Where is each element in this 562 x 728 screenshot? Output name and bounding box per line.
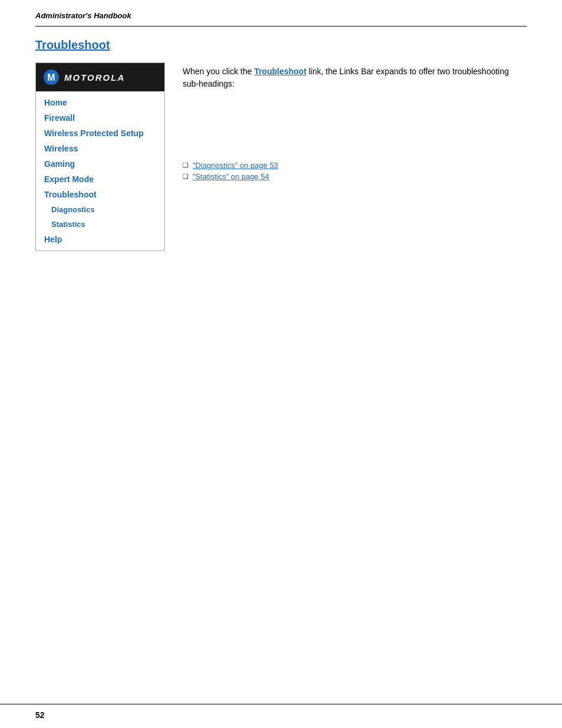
nav-item-diagnostics[interactable]: Diagnostics [36,202,164,217]
header-title: Administrator's Handbook [35,11,131,20]
motorola-logo-text: MOTOROLA [64,73,125,83]
nav-item-expert-mode[interactable]: Expert Mode [36,172,164,187]
nav-items: Home Firewall Wireless Protected Setup W… [36,91,164,251]
motorola-m-icon: M [43,69,59,85]
link-item-statistics: "Statistics" on page 54 [183,172,527,181]
nav-item-home[interactable]: Home [36,95,164,110]
links-list: "Diagnostics" on page 53 "Statistics" on… [183,161,527,181]
nav-item-statistics[interactable]: Statistics [36,217,164,232]
diagnostics-page-link[interactable]: "Diagnostics" on page 53 [193,161,278,170]
nav-item-troubleshoot[interactable]: Troubleshoot [36,187,164,202]
desc-part1: When you click the [183,67,254,76]
page-number: 52 [35,710,45,720]
nav-item-help[interactable]: Help [36,232,164,247]
description-text: When you click the Troubleshoot link, th… [183,65,527,90]
svg-text:M: M [47,73,55,83]
troubleshoot-link[interactable]: Troubleshoot [254,67,306,76]
page-header: Administrator's Handbook [0,0,562,26]
nav-item-gaming[interactable]: Gaming [36,156,164,172]
page-footer: 52 [0,704,562,728]
section-heading: Troubleshoot [35,38,527,52]
nav-item-wireless-protected-setup[interactable]: Wireless Protected Setup [36,126,164,141]
statistics-page-link[interactable]: "Statistics" on page 54 [193,172,269,181]
description-area: When you click the Troubleshoot link, th… [183,62,527,183]
content-area: M MOTOROLA Home Firewall Wireless Protec… [35,62,527,251]
nav-logo-bar: M MOTOROLA [36,63,164,91]
main-content: Troubleshoot M MOTOROLA Home Firewall Wi… [0,27,562,275]
link-item-diagnostics: "Diagnostics" on page 53 [183,161,527,170]
nav-item-firewall[interactable]: Firewall [36,110,164,126]
nav-item-wireless[interactable]: Wireless [36,141,164,156]
nav-box: M MOTOROLA Home Firewall Wireless Protec… [35,62,165,251]
